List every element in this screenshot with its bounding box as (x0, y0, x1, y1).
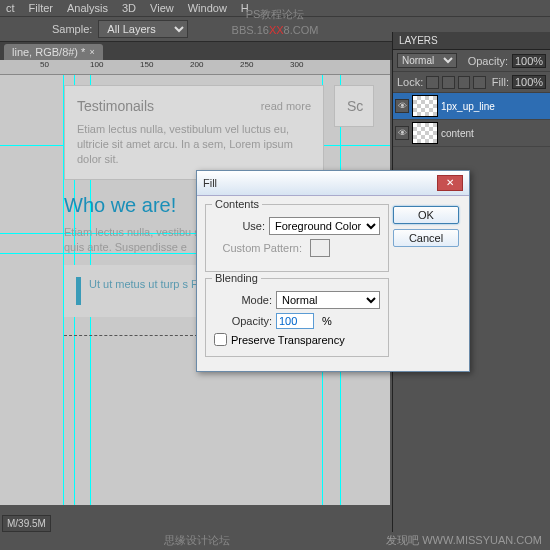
pattern-swatch (310, 239, 330, 257)
visibility-icon[interactable]: 👁 (395, 99, 409, 113)
preserve-transparency-checkbox[interactable] (214, 333, 227, 346)
accent-bar (76, 277, 81, 305)
menu-item[interactable]: View (150, 2, 174, 14)
side-panel: Sc (334, 85, 374, 141)
menu-bar: ct Filter Analysis 3D View Window H (0, 0, 550, 16)
testimonials-panel: Testimonails read more Etiam lectus null… (64, 85, 324, 180)
panel-tab[interactable]: LAYERS (393, 32, 550, 50)
blend-mode-select[interactable]: Normal (397, 53, 457, 68)
menu-item[interactable]: Analysis (67, 2, 108, 14)
fill-field[interactable]: 100% (512, 75, 546, 89)
close-button[interactable]: ✕ (437, 175, 463, 191)
read-more-link[interactable]: read more (261, 100, 311, 112)
body-text: Etiam lectus nulla, vestibulum vel luctu… (77, 122, 311, 167)
menu-item[interactable]: Window (188, 2, 227, 14)
menu-item[interactable]: Filter (29, 2, 53, 14)
menu-item[interactable]: ct (6, 2, 15, 14)
fill-dialog: Fill ✕ OK Cancel Contents Use: Foregroun… (196, 170, 470, 372)
lock-transparent-icon[interactable] (426, 76, 439, 89)
menu-item[interactable]: H (241, 2, 249, 14)
menu-item[interactable]: 3D (122, 2, 136, 14)
lock-pixels-icon[interactable] (442, 76, 455, 89)
dialog-titlebar[interactable]: Fill ✕ (197, 171, 469, 196)
visibility-icon[interactable]: 👁 (395, 126, 409, 140)
lock-position-icon[interactable] (458, 76, 471, 89)
lock-all-icon[interactable] (473, 76, 486, 89)
layer-thumb[interactable] (412, 95, 438, 117)
opacity-field[interactable]: 100% (512, 54, 546, 68)
status-bar: M/39.5M (2, 515, 51, 532)
close-icon[interactable]: × (89, 47, 94, 57)
ok-button[interactable]: OK (393, 206, 459, 224)
fieldset-legend: Blending (212, 272, 261, 284)
ruler-horizontal: 50 100 150 200 250 300 (0, 60, 390, 75)
footer-watermark: 思缘设计论坛 发现吧 WWW.MISSYUAN.COM (0, 533, 550, 548)
panel-title: Testimonails (77, 98, 154, 114)
sample-select[interactable]: All Layers (98, 20, 188, 38)
fieldset-legend: Contents (212, 198, 262, 210)
doc-tab[interactable]: line, RGB/8#) *× (4, 44, 103, 60)
mode-select[interactable]: Normal (276, 291, 380, 309)
sample-label: Sample: (52, 23, 92, 35)
opacity-input[interactable] (276, 313, 314, 329)
layer-row[interactable]: 👁 1px_up_line (393, 93, 550, 120)
layer-thumb[interactable] (412, 122, 438, 144)
cancel-button[interactable]: Cancel (393, 229, 459, 247)
use-select[interactable]: Foreground Color (269, 217, 380, 235)
layer-row[interactable]: 👁 content (393, 120, 550, 147)
